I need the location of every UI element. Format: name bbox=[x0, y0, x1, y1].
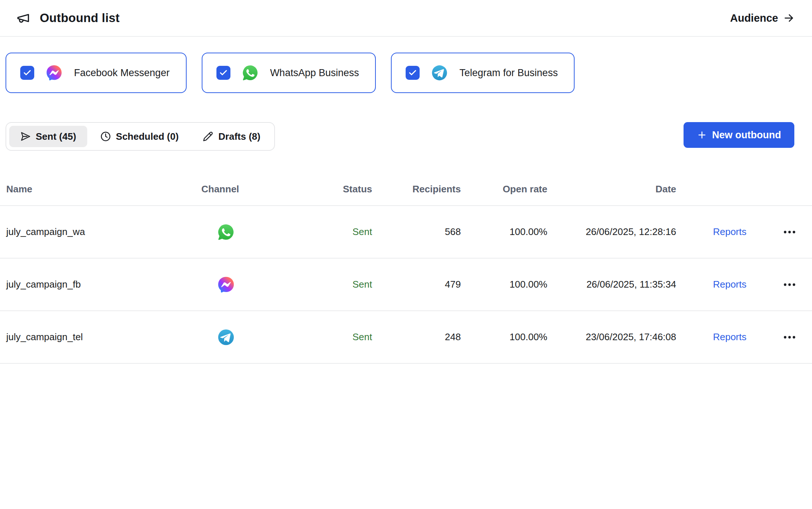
telegram-icon bbox=[431, 64, 448, 82]
checkbox-checked[interactable] bbox=[406, 66, 420, 80]
check-icon bbox=[23, 68, 32, 77]
arrow-right-icon bbox=[783, 13, 794, 24]
channel-card-facebook-messenger[interactable]: Facebook Messenger bbox=[6, 53, 187, 93]
page-title: Outbound list bbox=[40, 11, 120, 25]
check-icon bbox=[408, 68, 417, 77]
column-header-open-rate: Open rate bbox=[461, 184, 547, 195]
table-row: july_campaign_fb Sent 479 100.00% 26/06/… bbox=[0, 259, 812, 311]
new-outbound-label: New outbound bbox=[712, 129, 781, 141]
audience-link-label: Audience bbox=[730, 12, 778, 24]
status-badge: Sent bbox=[260, 279, 372, 290]
tab-sent-label: Sent (45) bbox=[36, 131, 76, 142]
telegram-icon bbox=[217, 328, 235, 346]
column-header-status: Status bbox=[260, 184, 372, 195]
check-icon bbox=[219, 68, 228, 77]
app-header: Outbound list Audience bbox=[0, 0, 812, 37]
status-badge: Sent bbox=[260, 331, 372, 343]
pencil-icon bbox=[203, 131, 213, 142]
messenger-icon bbox=[45, 64, 63, 82]
whatsapp-icon bbox=[217, 223, 235, 241]
channel-card-label: Telegram for Business bbox=[459, 67, 558, 79]
audience-link[interactable]: Audience bbox=[730, 12, 794, 24]
reports-link[interactable]: Reports bbox=[676, 226, 746, 238]
whatsapp-icon bbox=[241, 64, 259, 82]
tab-drafts-label: Drafts (8) bbox=[218, 131, 260, 142]
campaign-name: july_campaign_fb bbox=[6, 279, 201, 290]
new-outbound-button[interactable]: New outbound bbox=[684, 122, 794, 148]
outbound-table: Name Channel Status Recipients Open rate… bbox=[0, 173, 812, 364]
tab-sent[interactable]: Sent (45) bbox=[9, 126, 87, 147]
table-row: july_campaign_wa Sent 568 100.00% 26/06/… bbox=[0, 206, 812, 259]
column-header-date: Date bbox=[547, 184, 676, 195]
open-rate: 100.00% bbox=[461, 279, 547, 290]
sent-date: 23/06/2025, 17:46:08 bbox=[547, 331, 676, 343]
clock-icon bbox=[100, 131, 111, 142]
table-row: july_campaign_tel Sent 248 100.00% 23/06… bbox=[0, 311, 812, 364]
open-rate: 100.00% bbox=[461, 226, 547, 238]
messenger-icon bbox=[217, 275, 235, 294]
tab-drafts[interactable]: Drafts (8) bbox=[192, 126, 271, 147]
campaign-name: july_campaign_tel bbox=[6, 331, 201, 343]
outbound-tabs: Sent (45) Scheduled (0) Drafts (8) bbox=[6, 122, 275, 151]
channel-card-label: Facebook Messenger bbox=[74, 67, 170, 79]
column-header-recipients: Recipients bbox=[372, 184, 461, 195]
reports-link[interactable]: Reports bbox=[676, 331, 746, 343]
channel-filters: Facebook Messenger WhatsApp Business Tel… bbox=[0, 37, 812, 93]
recipients-count: 479 bbox=[372, 279, 461, 290]
more-options-icon bbox=[783, 230, 796, 234]
tab-scheduled[interactable]: Scheduled (0) bbox=[89, 126, 190, 147]
recipients-count: 568 bbox=[372, 226, 461, 238]
sent-date: 26/06/2025, 11:35:34 bbox=[547, 279, 676, 290]
channel-card-label: WhatsApp Business bbox=[270, 67, 359, 79]
recipients-count: 248 bbox=[372, 331, 461, 343]
channel-card-telegram-business[interactable]: Telegram for Business bbox=[391, 53, 575, 93]
more-options-button[interactable] bbox=[746, 283, 796, 286]
checkbox-checked[interactable] bbox=[20, 66, 34, 80]
channel-card-whatsapp-business[interactable]: WhatsApp Business bbox=[202, 53, 376, 93]
campaign-name: july_campaign_wa bbox=[6, 226, 201, 238]
plus-icon bbox=[697, 130, 707, 140]
sent-date: 26/06/2025, 12:28:16 bbox=[547, 226, 676, 238]
tab-scheduled-label: Scheduled (0) bbox=[116, 131, 179, 142]
controls-row: Sent (45) Scheduled (0) Drafts (8) New o… bbox=[0, 93, 812, 151]
column-header-name: Name bbox=[6, 184, 201, 195]
more-options-icon bbox=[783, 335, 796, 339]
more-options-button[interactable] bbox=[746, 335, 796, 339]
more-options-icon bbox=[783, 283, 796, 286]
more-options-button[interactable] bbox=[746, 230, 796, 234]
status-badge: Sent bbox=[260, 226, 372, 238]
column-header-channel: Channel bbox=[201, 184, 260, 195]
reports-link[interactable]: Reports bbox=[676, 279, 746, 290]
send-icon bbox=[20, 131, 31, 142]
megaphone-icon bbox=[16, 11, 30, 25]
checkbox-checked[interactable] bbox=[216, 66, 230, 80]
open-rate: 100.00% bbox=[461, 331, 547, 343]
table-header-row: Name Channel Status Recipients Open rate… bbox=[0, 173, 812, 206]
